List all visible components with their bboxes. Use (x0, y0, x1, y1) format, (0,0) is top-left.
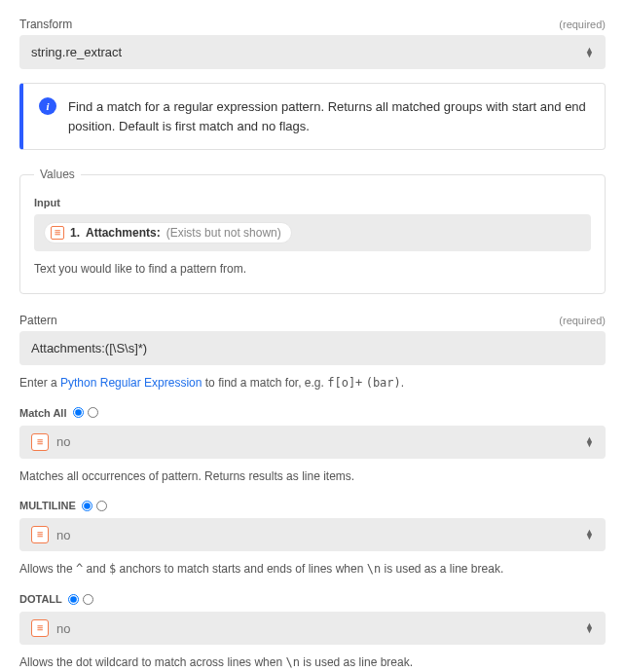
multiline-radio-2[interactable] (96, 501, 107, 511)
chevron-updown-icon: ▲▼ (585, 437, 594, 447)
field-source-icon: ☰ (31, 619, 49, 637)
multiline-label: MULTILINE (19, 500, 76, 511)
dotall-value: no (56, 621, 70, 636)
input-pill-number: 1. (70, 226, 80, 240)
dotall-help: Allows the dot wildcard to match across … (19, 654, 606, 671)
pattern-required: (required) (559, 315, 606, 326)
transform-value: string.re_extract (31, 45, 122, 59)
values-legend: Values (34, 168, 81, 181)
matchall-help: Matches all occurrences of pattern. Retu… (19, 468, 606, 485)
field-source-icon: ☰ (51, 226, 64, 240)
multiline-radios[interactable] (82, 501, 107, 511)
chevron-updown-icon: ▲▼ (585, 48, 594, 57)
dotall-radio-2[interactable] (83, 594, 93, 605)
pattern-input[interactable]: Attachments:([\S\s]*) (19, 331, 606, 365)
pattern-label: Pattern (19, 314, 57, 327)
info-text: Find a match for a regular expression pa… (68, 97, 589, 135)
input-pill-extra: (Exists but not shown) (166, 226, 281, 240)
python-regex-link[interactable]: Python Regular Expression (60, 376, 202, 390)
dotall-radios[interactable] (68, 594, 93, 605)
multiline-help: Allows the ^ and $ anchors to match star… (19, 561, 606, 578)
input-pill[interactable]: ☰ 1. Attachments: (Exists but not shown) (44, 222, 292, 243)
input-pill-label: Attachments: (86, 226, 161, 240)
matchall-label: Match All (19, 407, 67, 419)
input-field[interactable]: ☰ 1. Attachments: (Exists but not shown) (34, 214, 591, 251)
multiline-value: no (56, 528, 70, 542)
transform-select[interactable]: string.re_extract ▲▼ (19, 35, 606, 69)
multiline-radio-1[interactable] (82, 501, 92, 511)
matchall-select[interactable]: ☰ no ▲▼ (19, 426, 606, 459)
chevron-updown-icon: ▲▼ (585, 530, 594, 540)
dotall-select[interactable]: ☰ no ▲▼ (19, 612, 606, 645)
pattern-help: Enter a Python Regular Expression to fin… (19, 375, 606, 392)
dotall-label: DOTALL (19, 593, 62, 605)
transform-required: (required) (559, 19, 606, 30)
matchall-value: no (56, 434, 70, 449)
matchall-radio-1[interactable] (73, 407, 84, 418)
input-label: Input (34, 197, 591, 208)
info-icon: i (39, 97, 56, 115)
info-banner: i Find a match for a regular expression … (19, 83, 606, 150)
input-help: Text you would like to find a pattern fr… (34, 261, 591, 278)
matchall-radio-2[interactable] (88, 407, 98, 418)
multiline-select[interactable]: ☰ no ▲▼ (19, 518, 606, 551)
dotall-radio-1[interactable] (68, 594, 79, 605)
field-source-icon: ☰ (31, 526, 49, 543)
field-source-icon: ☰ (31, 433, 49, 451)
chevron-updown-icon: ▲▼ (585, 623, 594, 633)
transform-label: Transform (19, 18, 72, 31)
matchall-radios[interactable] (73, 407, 98, 418)
values-group: Values Input ☰ 1. Attachments: (Exists b… (19, 168, 606, 294)
